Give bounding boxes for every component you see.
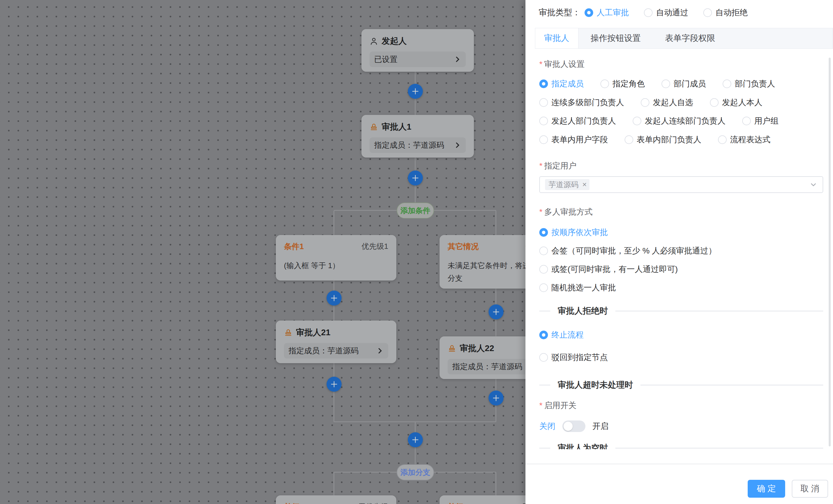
stamp-icon: [284, 328, 292, 337]
reject-section-title: 审批人拒绝时: [558, 305, 608, 317]
radio-initiator-multi-dept-leader[interactable]: 发起人连续部门负责人: [633, 116, 725, 126]
radio-circle: [539, 331, 548, 339]
radio-dept-leader[interactable]: 部门负责人: [722, 78, 775, 89]
radio-circle: [641, 98, 649, 107]
plus-icon: [411, 435, 420, 444]
person-icon: [370, 37, 378, 46]
approval-type-row: 审批类型： 人工审批 自动通过 自动拒绝: [539, 0, 748, 25]
plus-icon: [330, 380, 338, 388]
radio-circle: [718, 135, 727, 144]
radio-circle: [539, 265, 548, 274]
radio-countersign[interactable]: 会签（可同时审批，至少 % 人必须审批通过）: [539, 245, 716, 256]
node-summary[interactable]: 指定成员：芋道源码: [370, 137, 466, 153]
radio-terminate-flow[interactable]: 终止流程: [539, 329, 584, 341]
add-node-button[interactable]: [408, 432, 423, 447]
reject-section-divider: 审批人拒绝时: [539, 306, 823, 316]
radio-dept-member[interactable]: 部门成员: [662, 78, 706, 89]
user-tag: 芋道源码 ✕: [545, 179, 590, 190]
cancel-button[interactable]: 取 消: [792, 480, 828, 498]
radio-initiator-self[interactable]: 发起人本人: [710, 97, 762, 108]
radio-or-sign[interactable]: 或签(可同时审批，有一人通过即可): [539, 264, 678, 275]
node-summary[interactable]: 已设置: [370, 52, 466, 67]
radio-circle: [600, 79, 609, 88]
radio-auto-reject[interactable]: 自动拒绝: [703, 7, 748, 18]
scrollbar-thumb[interactable]: [829, 58, 831, 446]
stamp-icon: [448, 344, 456, 353]
drawer-content: * 审批人设置 指定成员 指定角色 部门成员 部门负责人 连续多级部门负责人 发…: [525, 49, 833, 449]
node-parallel1[interactable]: 并行1 无优先级: [276, 495, 396, 504]
radio-circle: [539, 228, 548, 237]
assign-user-label: * 指定用户: [539, 160, 576, 171]
enable-toggle[interactable]: [562, 421, 586, 432]
approver-setting-label: * 审批人设置: [539, 59, 585, 70]
switch-off-label: 关闭: [539, 421, 555, 432]
enable-switch-label: * 启用开关: [539, 400, 576, 411]
plus-icon: [492, 394, 500, 402]
radio-circle: [585, 8, 593, 17]
node-title: 发起人: [382, 35, 407, 47]
node-priority: 无优先级: [358, 502, 388, 504]
add-node-button[interactable]: [408, 171, 423, 185]
node-title: 并行2: [448, 502, 468, 504]
radio-circle: [662, 79, 670, 88]
stamp-icon: [370, 123, 378, 131]
node-title: 并行1: [284, 502, 304, 504]
radio-circle: [539, 247, 548, 255]
add-node-button[interactable]: [489, 304, 503, 320]
chevron-right-icon: [454, 56, 461, 63]
connector-line: [496, 472, 496, 495]
radio-random-one[interactable]: 随机挑选一人审批: [539, 282, 616, 293]
add-condition-button[interactable]: 添加条件: [397, 202, 434, 219]
node-title: 条件1: [284, 241, 304, 252]
radio-circle: [625, 135, 633, 144]
node-title: 审批人1: [382, 121, 411, 133]
multi-mode-row: 会签（可同时审批，至少 % 人必须审批通过）: [539, 245, 733, 257]
tab-operation-buttons[interactable]: 操作按钮设置: [578, 28, 653, 48]
tab-form-field-permission[interactable]: 表单字段权限: [653, 28, 727, 48]
node-approver21[interactable]: 审批人21 指定成员：芋道源码: [276, 321, 396, 363]
radio-initiator-select[interactable]: 发起人自选: [641, 97, 693, 108]
radio-form-dept-leader[interactable]: 表单内部门负责人: [625, 134, 701, 145]
node-condition1[interactable]: 条件1 优先级1 (输入框 等于 1）: [276, 235, 396, 280]
add-node-button[interactable]: [408, 84, 423, 99]
radio-circle: [722, 79, 731, 88]
radio-circle: [539, 98, 548, 107]
required-asterisk: *: [539, 401, 543, 410]
add-node-button[interactable]: [327, 291, 341, 306]
radio-user-group[interactable]: 用户组: [742, 116, 779, 126]
radio-manual-approval[interactable]: 人工审批: [585, 7, 629, 18]
plus-icon: [330, 294, 338, 302]
chevron-right-icon: [376, 347, 384, 355]
add-node-button[interactable]: [489, 390, 503, 405]
radio-auto-approve[interactable]: 自动通过: [644, 7, 688, 18]
tab-approver[interactable]: 审批人: [535, 28, 578, 48]
required-asterisk: *: [539, 59, 543, 69]
assign-user-select[interactable]: 芋道源码 ✕: [539, 176, 823, 193]
node-initiator[interactable]: 发起人 已设置: [361, 29, 474, 72]
radio-assign-role[interactable]: 指定角色: [600, 78, 645, 89]
radio-form-user-field[interactable]: 表单内用户字段: [539, 134, 608, 145]
radio-multi-level-dept-leader[interactable]: 连续多级部门负责人: [539, 97, 624, 108]
close-icon[interactable]: ✕: [581, 181, 588, 188]
add-node-button[interactable]: [327, 377, 341, 392]
radio-sequential-approval[interactable]: 按顺序依次审批: [539, 227, 608, 238]
node-title: 其它情况: [448, 241, 479, 252]
radio-circle: [703, 8, 712, 17]
node-body: (输入框 等于 1）: [284, 259, 388, 272]
node-approver1[interactable]: 审批人1 指定成员：芋道源码: [361, 115, 474, 157]
confirm-button[interactable]: 确 定: [748, 480, 785, 498]
radio-return-to-node[interactable]: 驳回到指定节点: [539, 352, 608, 363]
radio-circle: [742, 117, 751, 125]
connector-line: [333, 472, 334, 495]
toggle-knob: [564, 422, 573, 431]
node-summary[interactable]: 指定成员：芋道源码: [284, 343, 388, 358]
multi-mode-label: * 多人审批方式: [539, 206, 593, 218]
reject-option-row: 驳回到指定节点: [539, 351, 625, 363]
approver-setting-row4: 表单内用户字段 表单内部门负责人 流程表达式: [539, 134, 787, 146]
timeout-section-title: 审批人超时未处理时: [558, 379, 633, 391]
radio-initiator-dept-leader[interactable]: 发起人部门负责人: [539, 116, 616, 126]
radio-assign-member[interactable]: 指定成员: [539, 78, 584, 89]
settings-tabs: 审批人 操作按钮设置 表单字段权限: [535, 28, 833, 49]
radio-flow-expression[interactable]: 流程表达式: [718, 134, 770, 145]
add-branch-button[interactable]: 添加分支: [397, 464, 434, 480]
